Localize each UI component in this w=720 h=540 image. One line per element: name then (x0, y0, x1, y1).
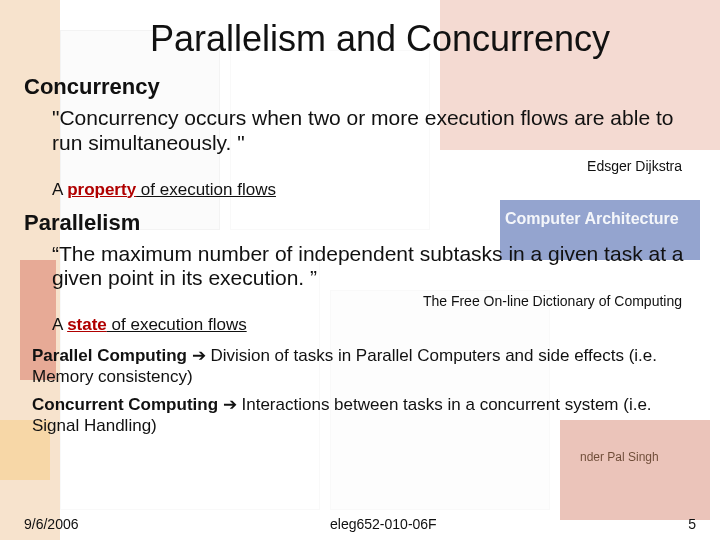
concurrency-quote: "Concurrency occurs when two or more exe… (52, 106, 686, 156)
text-prefix: A (52, 315, 67, 334)
concurrency-attribution: Edsger Dijkstra (24, 158, 682, 174)
slide-footer: 9/6/2006 eleg652-010-06F 5 (24, 516, 696, 532)
slide-content: Parallelism and Concurrency Concurrency … (0, 0, 720, 540)
parallelism-quote: “The maximum number of independent subta… (52, 242, 686, 292)
parallelism-attribution: The Free On-line Dictionary of Computing (24, 293, 682, 309)
arrow-icon: ➔ (187, 346, 210, 365)
concurrency-heading: Concurrency (24, 74, 696, 100)
term-parallel-computing: Parallel Computing (32, 346, 187, 365)
concurrent-computing-note: Concurrent Computing ➔ Interactions betw… (32, 394, 690, 437)
text-prefix: A (52, 180, 67, 199)
arrow-icon: ➔ (218, 395, 241, 414)
parallelism-heading: Parallelism (24, 210, 696, 236)
keyword-state: state (67, 315, 107, 334)
text-suffix: of execution flows (107, 315, 247, 334)
parallel-computing-note: Parallel Computing ➔ Division of tasks i… (32, 345, 690, 388)
keyword-property: property (67, 180, 136, 199)
slide-title: Parallelism and Concurrency (24, 18, 696, 60)
footer-course: eleg652-010-06F (79, 516, 689, 532)
text-suffix: of execution flows (136, 180, 276, 199)
footer-page-number: 5 (688, 516, 696, 532)
term-concurrent-computing: Concurrent Computing (32, 395, 218, 414)
concurrency-property-line: A property of execution flows (52, 180, 696, 200)
parallelism-state-line: A state of execution flows (52, 315, 696, 335)
footer-date: 9/6/2006 (24, 516, 79, 532)
